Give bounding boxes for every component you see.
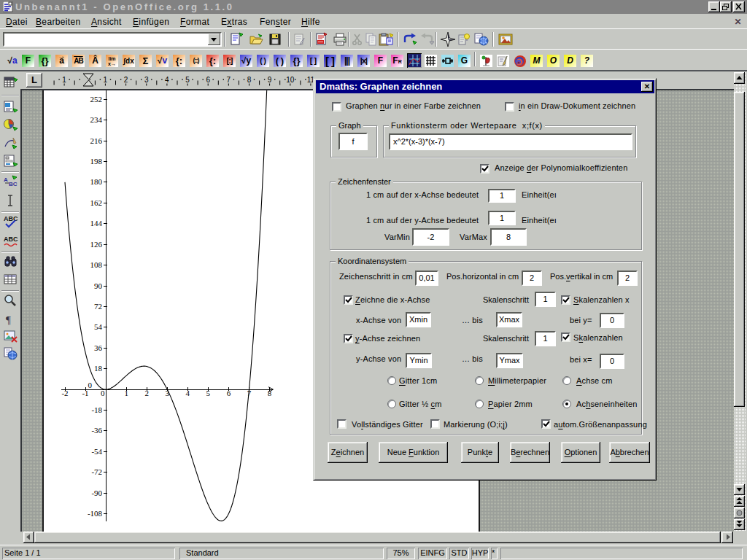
svg-text:6: 6 [227, 389, 231, 397]
svg-text:216: 216 [90, 136, 103, 145]
svg-text:2: 2 [144, 389, 149, 397]
svg-text:-36: -36 [91, 426, 102, 435]
svg-text:10: 10 [286, 76, 295, 84]
svg-text:1: 1 [124, 389, 128, 397]
svg-text:5: 5 [206, 389, 211, 397]
svg-text:7: 7 [227, 76, 231, 84]
svg-text:-72: -72 [91, 467, 102, 476]
svg-text:-2: -2 [61, 389, 68, 397]
svg-text:-18: -18 [91, 405, 102, 414]
svg-text:4: 4 [165, 76, 169, 84]
svg-text:90: 90 [94, 281, 103, 290]
svg-text:8: 8 [268, 389, 272, 397]
svg-text:¶: ¶ [6, 314, 11, 326]
svg-text:252: 252 [90, 95, 103, 104]
svg-text:2: 2 [124, 76, 128, 84]
svg-text:3: 3 [144, 76, 149, 84]
svg-text:234: 234 [90, 115, 103, 124]
svg-text:108: 108 [90, 260, 103, 269]
svg-text:-1: -1 [82, 389, 88, 397]
svg-text:8: 8 [247, 76, 252, 84]
svg-text:144: 144 [90, 219, 103, 228]
svg-text:1: 1 [62, 76, 66, 84]
svg-text:36: 36 [94, 343, 103, 352]
svg-text:126: 126 [90, 240, 103, 249]
svg-text:72: 72 [94, 302, 102, 311]
svg-text:ABC: ABC [4, 215, 18, 222]
svg-text:9: 9 [268, 76, 272, 84]
svg-text:6: 6 [206, 76, 210, 84]
svg-text:BC: BC [9, 181, 18, 187]
svg-text:0: 0 [88, 381, 93, 389]
svg-text:-90: -90 [91, 489, 102, 497]
svg-text:4: 4 [186, 389, 190, 397]
svg-text:-108: -108 [88, 509, 103, 518]
svg-text:198: 198 [90, 157, 103, 166]
svg-text:ABC: ABC [4, 236, 18, 243]
svg-text:162: 162 [90, 198, 103, 207]
svg-text:54: 54 [94, 322, 103, 331]
svg-text:A: A [4, 176, 8, 183]
svg-text:180: 180 [90, 177, 103, 186]
svg-text:18: 18 [94, 364, 103, 373]
svg-text:5: 5 [185, 76, 190, 84]
svg-text:1: 1 [104, 76, 108, 84]
svg-text:-54: -54 [91, 447, 102, 456]
